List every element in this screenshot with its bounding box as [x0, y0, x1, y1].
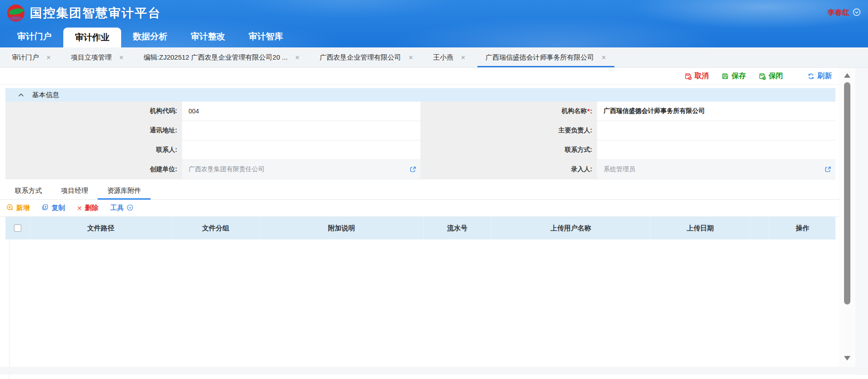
select-all-cell	[5, 217, 30, 239]
document-tab-1[interactable]: 审计门户✕	[2, 47, 61, 67]
select-all-checkbox[interactable]	[14, 225, 21, 232]
form-field-right: 联系方式:	[420, 140, 835, 159]
delete-label: 删除	[85, 204, 99, 212]
field-input[interactable]	[597, 121, 835, 140]
scroll-up-arrow-icon[interactable]	[844, 73, 850, 78]
column-header-1: 文件路径	[30, 217, 172, 239]
tab-close-icon[interactable]: ✕	[119, 54, 124, 61]
form-field-left: 机构代码:004	[5, 102, 420, 121]
field-text: 系统管理员	[604, 165, 635, 173]
attachments-toolbar: 新增 复制 ✕ 删除 工具	[0, 200, 839, 217]
add-button[interactable]: 新增	[6, 204, 30, 212]
field-input[interactable]: 广西瑞信盛德会计师事务所有限公司	[597, 102, 835, 121]
delete-x-icon: ✕	[77, 205, 82, 212]
field-input[interactable]	[597, 140, 835, 159]
refresh-button[interactable]: 刷新	[807, 71, 832, 81]
cancel-icon	[684, 73, 692, 80]
tab-close-icon[interactable]: ✕	[295, 54, 300, 61]
save-close-button[interactable]: 保闭	[759, 71, 783, 81]
column-header-4: 流水号	[424, 217, 491, 239]
delete-button[interactable]: ✕ 删除	[77, 204, 99, 212]
main-nav: 审计门户审计作业数据分析审计整改审计智库	[0, 26, 868, 47]
copy-icon	[42, 204, 49, 212]
field-text: 广西瑞信盛德会计师事务所有限公司	[604, 107, 705, 115]
top-banner: 国控集团智慧审计平台 李春红 审计门户审计作业数据分析审计整改审计智库	[0, 0, 868, 47]
refresh-icon	[807, 73, 815, 80]
nav-item-1[interactable]: 审计门户	[5, 26, 63, 47]
bottom-strip	[0, 367, 868, 374]
refresh-label: 刷新	[817, 71, 832, 81]
tab-close-icon[interactable]: ✕	[46, 54, 51, 61]
form-field-right: 录入人:系统管理员	[420, 160, 835, 179]
form-field-right: 主要负责人:	[420, 121, 835, 140]
nav-item-3[interactable]: 数据分析	[121, 26, 179, 47]
user-name: 李春红	[828, 8, 849, 18]
subtab-1[interactable]: 联系方式	[5, 182, 52, 199]
open-picker-icon[interactable]	[825, 166, 831, 173]
field-label: 创建单位:	[5, 160, 182, 179]
copy-button[interactable]: 复制	[42, 204, 65, 212]
document-tab-2[interactable]: 项目立项管理✕	[61, 47, 134, 67]
field-input[interactable]	[182, 121, 420, 140]
subtab-3[interactable]: 资源库附件	[98, 182, 151, 199]
collapse-chevron-icon[interactable]	[18, 91, 24, 99]
tab-close-icon[interactable]: ✕	[408, 54, 413, 61]
save-button[interactable]: 保存	[722, 71, 746, 81]
basic-info-section-header[interactable]: 基本信息	[5, 88, 835, 102]
header-spacer-cell	[750, 217, 769, 239]
tools-label: 工具	[110, 204, 124, 212]
form-row: 机构代码:004机构名称*:广西瑞信盛德会计师事务所有限公司	[5, 102, 835, 121]
scrollbar-thumb[interactable]	[844, 82, 850, 304]
required-asterisk: *	[587, 108, 590, 115]
detail-subtabs: 联系方式项目经理资源库附件	[0, 182, 839, 200]
form-row: 联系人:联系方式:	[5, 140, 835, 160]
company-logo-icon	[7, 5, 24, 22]
field-label: 通讯地址:	[5, 121, 182, 140]
field-text: 广西农垦集团有限责任公司	[189, 165, 264, 173]
form-field-left: 联系人:	[5, 140, 420, 159]
document-tab-bar: 审计门户✕项目立项管理✕编辑:ZJ202512 广西农垦企业管理有限公司20 .…	[0, 47, 868, 68]
document-tab-4[interactable]: 广西农垦企业管理有限公司✕	[310, 47, 423, 67]
basic-info-form: 机构代码:004机构名称*:广西瑞信盛德会计师事务所有限公司通讯地址:主要负责人…	[5, 102, 835, 179]
open-picker-icon[interactable]	[410, 166, 416, 173]
form-field-left: 通讯地址:	[5, 121, 420, 140]
field-label: 录入人:	[420, 160, 597, 179]
form-field-right: 机构名称*:广西瑞信盛德会计师事务所有限公司	[420, 102, 835, 121]
tab-label: 审计门户	[12, 53, 39, 62]
field-value-readonly[interactable]: 系统管理员	[597, 160, 835, 179]
cancel-button[interactable]: 取消	[684, 71, 709, 81]
field-input[interactable]: 004	[182, 102, 420, 121]
nav-item-5[interactable]: 审计智库	[237, 26, 295, 47]
add-circle-icon	[6, 204, 14, 212]
scroll-down-arrow-icon[interactable]	[844, 356, 850, 360]
subtab-2[interactable]: 项目经理	[52, 182, 98, 199]
nav-item-2[interactable]: 审计作业	[63, 28, 121, 47]
document-tab-3[interactable]: 编辑:ZJ202512 广西农垦企业管理有限公司20 ...✕	[134, 47, 310, 67]
user-menu[interactable]: 李春红	[828, 8, 861, 18]
field-value-readonly[interactable]: 广西农垦集团有限责任公司	[182, 160, 420, 179]
form-row: 通讯地址:主要负责人:	[5, 121, 835, 140]
nav-item-4[interactable]: 审计整改	[179, 26, 237, 47]
form-row: 创建单位:广西农垦集团有限责任公司录入人:系统管理员	[5, 160, 835, 179]
tab-label: 项目立项管理	[71, 53, 112, 62]
field-label: 主要负责人:	[420, 121, 597, 140]
tab-label: 王小燕	[433, 53, 453, 62]
right-gutter	[855, 68, 868, 375]
add-label: 新增	[16, 204, 30, 212]
field-label: 联系人:	[5, 140, 182, 159]
chevron-down-circle-icon[interactable]	[853, 8, 861, 18]
section-title: 基本信息	[32, 91, 59, 99]
app-window: 国控集团智慧审计平台 李春红 审计门户审计作业数据分析审计整改审计智库 审计门户…	[0, 0, 868, 379]
save-icon	[722, 73, 729, 80]
tools-dropdown-button[interactable]: 工具	[110, 204, 133, 212]
field-input[interactable]	[182, 140, 420, 159]
vertical-scrollbar[interactable]	[839, 68, 855, 367]
attachments-table-header: 文件路径文件分组附加说明流水号上传用户名称上传日期操作	[5, 217, 835, 239]
app-title: 国控集团智慧审计平台	[30, 5, 161, 21]
save-label: 保存	[731, 71, 746, 81]
tab-close-icon[interactable]: ✕	[601, 54, 606, 61]
cancel-label: 取消	[694, 71, 709, 81]
document-tab-5[interactable]: 王小燕✕	[423, 47, 476, 67]
tab-close-icon[interactable]: ✕	[461, 54, 466, 61]
document-tab-6[interactable]: 广西瑞信盛德会计师事务所有限公司✕	[476, 47, 616, 67]
